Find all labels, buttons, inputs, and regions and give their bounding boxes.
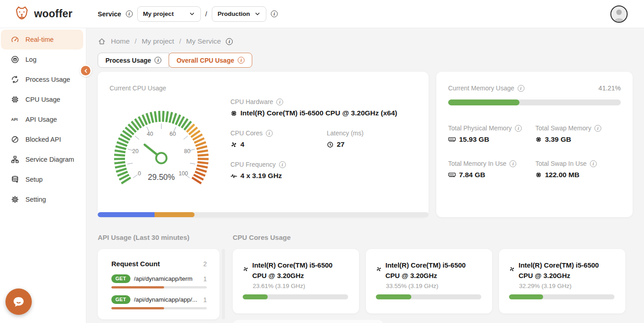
sidebar-item-service-diagram[interactable]: Service Diagram: [0, 149, 86, 169]
sidebar-item-label: Log: [25, 56, 36, 63]
service-label: Service: [98, 10, 121, 18]
sidebar-item-process-usage[interactable]: Process Usage: [0, 70, 86, 89]
info-icon[interactable]: [271, 10, 278, 17]
tab-overall-cpu-usage[interactable]: Overall CPU Usage: [169, 53, 252, 68]
cpu-cores-section: CPU Cores Usage Intel(R) Core(TM) i5-650…: [233, 234, 633, 323]
memory-progress-bar: [448, 99, 621, 105]
api-usage-section-title: API Usage (Last 30 minutes): [98, 234, 233, 243]
cpu-cores-block: CPU Cores 4: [230, 129, 327, 149]
core-name: Intel(R) Core(TM) i5-6500 CPU @ 3.20GHz: [252, 260, 348, 281]
core-progress-bar: [509, 294, 614, 299]
cpu-frequency-label: CPU Frequency: [230, 161, 276, 168]
chevron-down-icon: [189, 11, 195, 17]
sidebar-collapse-button[interactable]: [80, 65, 92, 77]
cpu-hardware-block: CPU Hardware Intel(R) Core(TM) i5-6500 C…: [230, 98, 421, 117]
cpu-cores-label: CPU Cores: [230, 129, 263, 137]
fan-icon: [376, 266, 382, 272]
project-select[interactable]: My project: [137, 6, 201, 22]
memory-stat: Total Physical Memory 15.93 GB: [448, 124, 535, 144]
api-usage-section: API Usage (Last 30 minutes) Request Coun…: [98, 234, 233, 323]
sidebar-item-real-time[interactable]: Real-time: [1, 30, 83, 50]
api-row-count: 1: [203, 296, 207, 303]
log-icon: [11, 55, 19, 64]
chevron-left-icon: [83, 68, 89, 74]
api-path: /api/dynamicapp/term: [134, 275, 200, 282]
chat-bubble-icon: [11, 294, 26, 309]
breadcrumb-home[interactable]: Home: [111, 37, 130, 45]
cpu-cores-section-title: CPU Cores Usage: [233, 234, 633, 243]
info-icon[interactable]: [155, 57, 161, 64]
sidebar-item-log[interactable]: Log: [0, 50, 86, 70]
ram-icon: [448, 136, 456, 143]
pulse-icon: [230, 173, 237, 179]
info-icon[interactable]: [518, 85, 524, 92]
api-row: GET /api/dynamicapp/term 1: [111, 274, 213, 288]
info-icon[interactable]: [276, 99, 283, 105]
sidebar-item-api-usage[interactable]: API API Usage: [0, 109, 86, 129]
api-row: GET /api/dynamicapp/app/... 1: [111, 295, 213, 309]
info-icon[interactable]: [279, 161, 286, 168]
sidebar-item-blocked-api[interactable]: Blocked API: [0, 129, 86, 149]
info-icon[interactable]: [238, 57, 245, 64]
cpu-usage-card: Current CPU Usage 02040608010029.50% CPU…: [98, 72, 429, 217]
environment-select[interactable]: Production: [212, 6, 266, 22]
info-icon[interactable]: [266, 130, 273, 137]
svg-text:20: 20: [132, 148, 139, 154]
cpu-gauge: 02040608010029.50%: [110, 106, 213, 188]
info-icon[interactable]: [509, 160, 516, 167]
cpu-frequency-value: 4 x 3.19 GHz: [240, 172, 282, 180]
core-usage-text: 32.29% (3.19 GHz): [519, 283, 614, 289]
brand-name: wooffer: [34, 8, 72, 20]
info-icon[interactable]: [594, 125, 601, 132]
project-select-value: My project: [143, 10, 174, 17]
brand-logo[interactable]: wooffer: [14, 5, 72, 23]
sidebar-item-label: Service Diagram: [25, 156, 74, 163]
api-icon: API: [11, 115, 19, 124]
latency-label: Latency (ms): [327, 129, 364, 137]
breadcrumb-service[interactable]: My Service: [186, 37, 221, 45]
horizontal-scrollbar[interactable]: [98, 212, 429, 217]
sidebar-item-label: API Usage: [25, 116, 57, 123]
info-icon[interactable]: [590, 160, 597, 167]
chip-icon: [535, 136, 542, 143]
bottom-row: API Usage (Last 30 minutes) Request Coun…: [98, 234, 633, 323]
setup-icon: [11, 175, 19, 184]
gauge-icon: [11, 35, 19, 44]
vertical-scrollbar[interactable]: [222, 249, 225, 319]
memory-usage-label: Current Memory Usage: [448, 84, 514, 92]
breadcrumb: Home / My project / My Service: [98, 35, 633, 47]
core-name: Intel(R) Core(TM) i5-6500 CPU @ 3.20GHz: [385, 260, 481, 281]
chevron-down-icon: [255, 11, 260, 17]
cpu-hardware-label: CPU Hardware: [230, 98, 273, 105]
latency-value: 27: [337, 140, 344, 149]
core-usage-text: 33.55% (3.19 GHz): [386, 283, 481, 289]
tab-process-usage[interactable]: Process Usage: [98, 53, 169, 68]
diagram-icon: [11, 155, 19, 164]
service-selector-group: Service My project / Production: [98, 6, 278, 22]
breadcrumb-project[interactable]: My project: [142, 37, 175, 45]
sidebar-item-setup[interactable]: Setup: [0, 169, 86, 189]
avatar[interactable]: [610, 5, 628, 23]
info-icon[interactable]: [126, 10, 133, 17]
info-icon[interactable]: [226, 38, 233, 45]
cpu-stats: CPU Hardware Intel(R) Core(TM) i5-6500 C…: [230, 98, 421, 180]
chat-widget-button[interactable]: [5, 288, 32, 315]
top-header: wooffer Service My project / Production: [0, 0, 644, 28]
main-content: Home / My project / My Service Process U…: [86, 28, 644, 323]
cpu-frequency-block: CPU Frequency 4 x 3.19 GHz: [230, 161, 421, 180]
method-badge: GET: [111, 295, 130, 304]
cpu-core-card: Intel(R) Core(TM) i5-6500 CPU @ 3.20GHz …: [499, 249, 625, 313]
memory-usage-percent: 41.21%: [599, 84, 621, 92]
api-usage-card: Request Count 2 GET /api/dynamicapp/term…: [98, 249, 220, 319]
app-root: wooffer Service My project / Production: [0, 0, 644, 323]
core-progress-bar: [243, 294, 348, 299]
svg-text:0: 0: [138, 170, 141, 177]
blocked-icon: [11, 135, 19, 144]
core-name: Intel(R) Core(TM) i5-6500 CPU @ 3.20GHz: [519, 260, 614, 281]
info-icon[interactable]: [515, 125, 522, 132]
cpu-card-title: Current CPU Usage: [110, 84, 166, 92]
sidebar-item-setting[interactable]: Setting: [0, 189, 86, 209]
setting-icon: [11, 195, 19, 204]
sidebar-item-cpu-usage[interactable]: CPU Usage: [0, 89, 86, 109]
fan-icon: [230, 141, 237, 148]
